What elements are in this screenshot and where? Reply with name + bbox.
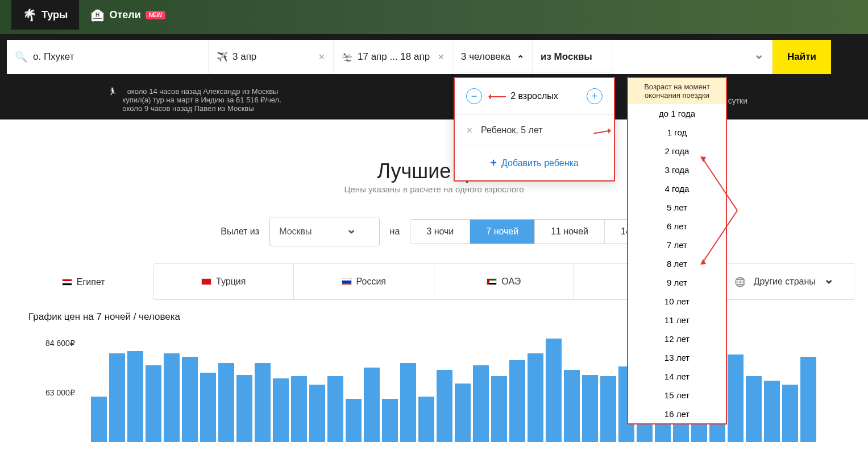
tab-hotels-label: Отели	[109, 9, 140, 21]
price-bar[interactable]	[273, 378, 289, 442]
top-tabs: Туры Отели NEW	[11, 0, 177, 30]
price-bar[interactable]	[473, 365, 489, 442]
chevron-down-icon	[824, 274, 834, 289]
country-tab[interactable]: ОАЭ	[434, 264, 575, 299]
clear-return-icon[interactable]	[438, 51, 445, 63]
age-option[interactable]: 13 лет	[628, 348, 726, 367]
country-tab[interactable]: Россия	[294, 264, 434, 299]
from-city-selector[interactable]: из Москвы	[533, 40, 612, 74]
price-bar[interactable]	[600, 376, 616, 442]
age-option[interactable]: 4 года	[628, 179, 726, 198]
age-option[interactable]: 16 лет	[628, 405, 726, 423]
age-option[interactable]: 8 лет	[628, 254, 726, 273]
people-selector[interactable]: 3 человека	[453, 40, 533, 74]
price-bar[interactable]	[327, 376, 343, 442]
price-bar[interactable]	[437, 370, 452, 442]
country-tabs: ЕгипетТурцияРоссияОАЭДругие страны	[14, 263, 854, 300]
child-label: Ребенок, 5 лет	[481, 125, 543, 135]
price-bar[interactable]	[455, 384, 471, 442]
price-bar[interactable]	[364, 368, 380, 442]
country-tab[interactable]: Другие страны	[715, 264, 855, 299]
price-bar[interactable]	[255, 363, 271, 442]
price-bar[interactable]	[182, 357, 198, 442]
nights-option[interactable]: 11 ночей	[534, 220, 604, 244]
nights-option[interactable]: 7 ночей	[470, 220, 534, 244]
adults-count-label: 2 взрослых	[510, 91, 558, 101]
price-bar[interactable]	[509, 360, 525, 442]
destination-input[interactable]: о. Пхукет	[7, 40, 209, 74]
plane-return-icon	[342, 51, 358, 62]
search-button[interactable]: Найти	[773, 40, 831, 74]
age-option[interactable]: 2 года	[628, 142, 726, 160]
age-option[interactable]: 10 лет	[628, 292, 726, 311]
price-bar[interactable]	[309, 385, 325, 442]
price-bar[interactable]	[564, 370, 580, 442]
clear-depart-icon[interactable]	[318, 51, 325, 63]
price-bar[interactable]	[127, 351, 143, 442]
country-tab[interactable]: Египет	[14, 264, 154, 300]
chevron-up-icon	[517, 51, 524, 63]
price-bar[interactable]	[782, 385, 798, 442]
city-select[interactable]: Москвы	[269, 217, 379, 246]
price-bar[interactable]	[200, 373, 216, 442]
red-arrow-annotation-2	[593, 130, 610, 134]
decrease-adults-button[interactable]: −	[466, 88, 482, 104]
price-bar[interactable]	[291, 376, 307, 442]
add-child-label: Добавить ребенка	[501, 158, 579, 168]
plane-depart-icon	[217, 51, 232, 62]
price-bar[interactable]	[236, 375, 252, 442]
age-option[interactable]: 6 лет	[628, 217, 726, 236]
price-bar[interactable]	[164, 353, 180, 442]
chart-title: График цен на 7 ночей / человека	[0, 300, 868, 323]
depart-date-input[interactable]: 3 апр	[209, 40, 334, 74]
price-bar[interactable]	[91, 397, 107, 442]
price-bar[interactable]	[382, 399, 398, 442]
search-button-label: Найти	[787, 51, 816, 62]
price-chart: 84 600₽ 63 000₽	[91, 334, 840, 470]
age-option[interactable]: 12 лет	[628, 329, 726, 348]
age-option[interactable]: 15 лет	[628, 386, 726, 405]
country-tab-label: ОАЭ	[501, 277, 521, 287]
age-option[interactable]: 1 год	[628, 123, 726, 142]
nights-option[interactable]: 3 ночи	[410, 220, 470, 244]
price-bar[interactable]	[491, 376, 507, 442]
price-bar[interactable]	[218, 363, 234, 442]
age-option[interactable]: до 1 года	[628, 104, 726, 123]
price-bar[interactable]	[582, 375, 598, 442]
remove-child-icon[interactable]	[466, 125, 473, 135]
from-label: Вылет из	[221, 226, 259, 237]
plus-icon	[490, 156, 501, 170]
price-bar[interactable]	[528, 353, 543, 442]
chevron-down-icon	[754, 50, 764, 64]
price-bar[interactable]	[400, 363, 416, 442]
tab-hotels[interactable]: Отели NEW	[79, 0, 177, 30]
extra-selector[interactable]	[612, 40, 773, 74]
return-date-value: 17 апр ... 18 апр	[358, 51, 430, 62]
price-bar[interactable]	[764, 381, 780, 442]
price-bar[interactable]	[346, 399, 362, 442]
country-tab[interactable]: Турция	[154, 264, 294, 299]
price-bar[interactable]	[109, 353, 125, 442]
age-option[interactable]: 14 лет	[628, 367, 726, 386]
return-date-input[interactable]: 17 апр ... 18 апр	[334, 40, 453, 74]
age-dropdown-header: Возраст на момент окончания поездки	[628, 78, 726, 104]
price-bar[interactable]	[800, 357, 816, 442]
flag-icon	[487, 278, 497, 285]
price-bar[interactable]	[746, 376, 762, 442]
tab-tours[interactable]: Туры	[11, 0, 79, 30]
price-bar[interactable]	[546, 339, 562, 442]
y-axis-label-2: 63 000₽	[45, 388, 75, 397]
new-badge: NEW	[146, 11, 165, 19]
age-option[interactable]: 9 лет	[628, 273, 726, 292]
age-option[interactable]: 5 лет	[628, 198, 726, 217]
increase-adults-button[interactable]: +	[587, 88, 603, 104]
price-bar[interactable]	[146, 365, 161, 442]
price-bar[interactable]	[728, 354, 744, 442]
price-bar[interactable]	[418, 397, 434, 442]
age-option[interactable]: 11 лет	[628, 311, 726, 329]
age-option[interactable]: 3 года	[628, 160, 726, 179]
add-child-button[interactable]: Добавить ребенка	[455, 146, 614, 180]
destination-value: о. Пхукет	[33, 51, 74, 63]
age-option[interactable]: 7 лет	[628, 236, 726, 254]
from-city-value: из Москвы	[541, 51, 592, 63]
